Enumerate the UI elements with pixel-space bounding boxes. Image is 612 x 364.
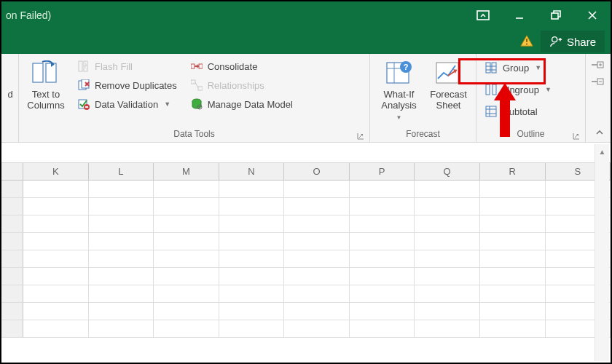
- cell[interactable]: [284, 320, 350, 338]
- spreadsheet-grid[interactable]: [1, 181, 611, 338]
- row-header[interactable]: [1, 233, 23, 250]
- row-header[interactable]: [1, 215, 23, 233]
- cell[interactable]: [284, 233, 350, 250]
- partial-button[interactable]: d: [3, 57, 17, 100]
- dialog-launcher-icon[interactable]: [356, 132, 365, 141]
- cell[interactable]: [415, 198, 480, 215]
- cell[interactable]: [154, 268, 219, 285]
- dialog-launcher-icon[interactable]: [572, 132, 581, 141]
- cell[interactable]: [219, 285, 285, 303]
- cell[interactable]: [350, 233, 415, 250]
- cell[interactable]: [415, 303, 480, 320]
- ungroup-button[interactable]: Ungroup ▼: [481, 79, 581, 100]
- column-header[interactable]: N: [219, 163, 285, 180]
- cell[interactable]: [350, 268, 415, 285]
- cell[interactable]: [480, 215, 546, 233]
- cell[interactable]: [154, 215, 219, 233]
- ribbon-display-options-button[interactable]: [465, 1, 501, 29]
- cell[interactable]: [480, 268, 546, 285]
- cell[interactable]: [23, 320, 89, 338]
- cell[interactable]: [89, 268, 154, 285]
- cell[interactable]: [350, 250, 415, 268]
- column-header[interactable]: R: [480, 163, 546, 180]
- cell[interactable]: [480, 233, 546, 250]
- column-header[interactable]: P: [350, 163, 415, 180]
- cell[interactable]: [23, 268, 89, 285]
- column-header[interactable]: Q: [415, 163, 480, 180]
- restore-button[interactable]: [538, 1, 574, 29]
- cell[interactable]: [219, 215, 285, 233]
- cell[interactable]: [350, 320, 415, 338]
- cell[interactable]: [154, 303, 219, 320]
- text-to-columns-button[interactable]: Text to Columns: [23, 57, 68, 111]
- cell[interactable]: [23, 250, 89, 268]
- cell[interactable]: [154, 320, 219, 338]
- cell[interactable]: [284, 215, 350, 233]
- cell[interactable]: [23, 233, 89, 250]
- relationships-button[interactable]: Relationships: [186, 76, 297, 95]
- subtotal-button[interactable]: Subtotal: [481, 100, 581, 122]
- cell[interactable]: [480, 303, 546, 320]
- row-header[interactable]: [1, 250, 23, 268]
- cell[interactable]: [415, 320, 480, 338]
- cell[interactable]: [284, 250, 350, 268]
- row-header[interactable]: [1, 285, 23, 303]
- manage-data-model-button[interactable]: Manage Data Model: [186, 95, 297, 114]
- cell[interactable]: [154, 285, 219, 303]
- cell[interactable]: [154, 250, 219, 268]
- cell[interactable]: [154, 181, 219, 198]
- row-header[interactable]: [1, 181, 23, 198]
- cell[interactable]: [415, 285, 480, 303]
- cell[interactable]: [89, 303, 154, 320]
- minimize-button[interactable]: [501, 1, 538, 29]
- row-header[interactable]: [1, 268, 23, 285]
- close-button[interactable]: [574, 1, 611, 29]
- hide-detail-button[interactable]: [590, 76, 605, 89]
- cell[interactable]: [284, 303, 350, 320]
- cell[interactable]: [89, 320, 154, 338]
- cell[interactable]: [415, 233, 480, 250]
- column-header[interactable]: O: [284, 163, 350, 180]
- cell[interactable]: [219, 250, 285, 268]
- cell[interactable]: [350, 215, 415, 233]
- cell[interactable]: [89, 198, 154, 215]
- select-all-corner[interactable]: [1, 163, 23, 180]
- flash-fill-button[interactable]: Flash Fill: [73, 57, 181, 76]
- forecast-sheet-button[interactable]: Forecast Sheet: [426, 57, 471, 111]
- cell[interactable]: [415, 250, 480, 268]
- cell[interactable]: [219, 233, 285, 250]
- cell[interactable]: [350, 285, 415, 303]
- consolidate-button[interactable]: Consolidate: [186, 57, 297, 76]
- cell[interactable]: [284, 285, 350, 303]
- cell[interactable]: [219, 268, 285, 285]
- cell[interactable]: [219, 198, 285, 215]
- cell[interactable]: [350, 303, 415, 320]
- cell[interactable]: [480, 181, 546, 198]
- cell[interactable]: [480, 320, 546, 338]
- cell[interactable]: [23, 215, 89, 233]
- column-header[interactable]: K: [23, 163, 89, 180]
- formula-bar[interactable]: ⌄: [1, 143, 611, 163]
- share-button[interactable]: Share: [541, 31, 605, 52]
- cell[interactable]: [23, 181, 89, 198]
- vertical-scrollbar[interactable]: ▲: [595, 144, 609, 361]
- cell[interactable]: [89, 233, 154, 250]
- cell[interactable]: [219, 320, 285, 338]
- row-header[interactable]: [1, 198, 23, 215]
- cell[interactable]: [415, 181, 480, 198]
- warning-icon[interactable]: [520, 34, 533, 50]
- scroll-up-button[interactable]: ▲: [595, 144, 610, 159]
- column-header[interactable]: M: [154, 163, 219, 180]
- cell[interactable]: [284, 181, 350, 198]
- cell[interactable]: [89, 215, 154, 233]
- data-validation-button[interactable]: Data Validation ▼: [73, 95, 181, 114]
- cell[interactable]: [284, 268, 350, 285]
- cell[interactable]: [154, 233, 219, 250]
- cell[interactable]: [23, 198, 89, 215]
- cell[interactable]: [480, 285, 546, 303]
- cell[interactable]: [89, 250, 154, 268]
- cell[interactable]: [350, 198, 415, 215]
- cell[interactable]: [219, 303, 285, 320]
- cell[interactable]: [154, 198, 219, 215]
- row-header[interactable]: [1, 303, 23, 320]
